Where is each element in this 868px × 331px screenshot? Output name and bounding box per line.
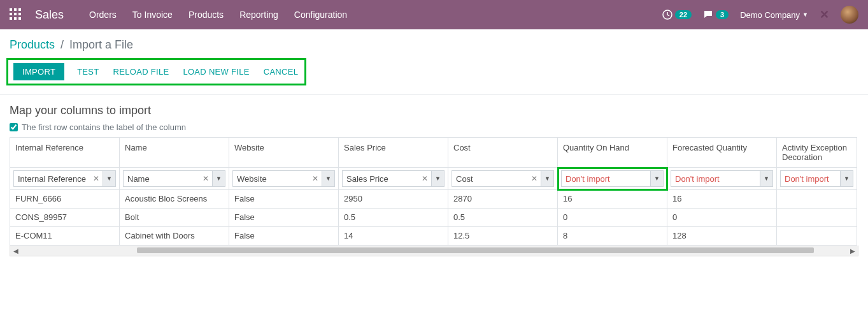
clear-mapping-icon[interactable]: ✕ bbox=[199, 174, 212, 183]
chevron-down-icon: ▼ bbox=[802, 11, 808, 18]
table-row: FURN_6666Acoustic Bloc ScreensFalse29502… bbox=[10, 190, 857, 209]
mapping-value: Don't import bbox=[562, 174, 650, 184]
clear-mapping-icon[interactable]: ✕ bbox=[528, 174, 541, 183]
column-mapping-select[interactable]: Don't import▼ bbox=[561, 170, 664, 187]
column-header: Quantity On Hand bbox=[558, 138, 667, 168]
breadcrumb-root[interactable]: Products bbox=[10, 38, 55, 51]
table-cell: CONS_89957 bbox=[10, 209, 120, 227]
first-row-checkbox[interactable] bbox=[10, 123, 18, 131]
load-new-file-button[interactable]: LOAD NEW FILE bbox=[181, 63, 250, 80]
activity-indicator[interactable]: 22 bbox=[662, 10, 692, 20]
toolbar-highlight: IMPORT TEST RELOAD FILE LOAD NEW FILE CA… bbox=[6, 58, 306, 85]
table-cell: 0.5 bbox=[339, 209, 448, 227]
chevron-down-icon[interactable]: ▼ bbox=[212, 171, 225, 186]
section-title: Map your columns to import bbox=[10, 104, 858, 117]
chat-icon bbox=[703, 10, 713, 20]
mapping-value: Don't import bbox=[781, 174, 840, 184]
table-cell: 14 bbox=[339, 227, 448, 246]
table-cell: 8 bbox=[558, 227, 667, 246]
column-header: Website bbox=[229, 138, 339, 168]
column-mapping-cell: Name✕▼ bbox=[120, 168, 229, 190]
chevron-down-icon[interactable]: ▼ bbox=[322, 171, 334, 186]
app-brand[interactable]: Sales bbox=[35, 8, 64, 22]
scroll-track[interactable] bbox=[21, 246, 847, 256]
column-mapping-select[interactable]: Website✕▼ bbox=[232, 170, 335, 187]
table-cell: Cabinet with Doors bbox=[120, 227, 229, 246]
test-button[interactable]: TEST bbox=[76, 63, 100, 80]
svg-rect-1 bbox=[14, 8, 17, 11]
table-row: E-COM11Cabinet with DoorsFalse1412.58128 bbox=[10, 227, 857, 246]
column-mapping-cell: Website✕▼ bbox=[229, 168, 339, 190]
breadcrumb: Products / Import a File bbox=[0, 29, 868, 58]
table-cell bbox=[777, 227, 857, 246]
svg-rect-0 bbox=[10, 8, 12, 11]
column-mapping-select[interactable]: Cost✕▼ bbox=[452, 170, 554, 187]
mapping-value: Sales Price bbox=[343, 174, 418, 184]
table-mapping-row: Internal Reference✕▼Name✕▼Website✕▼Sales… bbox=[10, 168, 857, 190]
toolbar: IMPORT TEST RELOAD FILE LOAD NEW FILE CA… bbox=[0, 58, 868, 95]
column-header: Forecasted Quantity bbox=[667, 138, 777, 168]
mapping-value: Website bbox=[233, 174, 309, 184]
column-mapping-select[interactable]: Internal Reference✕▼ bbox=[13, 170, 116, 187]
chevron-down-icon[interactable]: ▼ bbox=[541, 171, 553, 186]
import-table: Internal ReferenceNameWebsiteSales Price… bbox=[10, 137, 857, 246]
cancel-button[interactable]: CANCEL bbox=[262, 63, 300, 80]
discuss-badge: 3 bbox=[716, 10, 729, 19]
activity-badge: 22 bbox=[675, 10, 692, 19]
scroll-left-arrow[interactable]: ◀ bbox=[10, 247, 21, 254]
column-mapping-cell: Don't import▼ bbox=[667, 168, 777, 190]
map-section: Map your columns to import The first row… bbox=[0, 95, 868, 137]
column-header: Internal Reference bbox=[10, 138, 120, 168]
clear-mapping-icon[interactable]: ✕ bbox=[418, 174, 431, 183]
nav-right: 22 3 Demo Company ▼ ✕ bbox=[662, 6, 858, 24]
column-header: Sales Price bbox=[339, 138, 448, 168]
table-cell: 0 bbox=[558, 209, 667, 227]
chevron-down-icon[interactable]: ▼ bbox=[760, 171, 772, 186]
chevron-down-icon[interactable]: ▼ bbox=[103, 171, 115, 186]
table-cell: 128 bbox=[667, 227, 777, 246]
chevron-down-icon[interactable]: ▼ bbox=[650, 171, 663, 186]
table-cell bbox=[777, 190, 857, 209]
chevron-down-icon[interactable]: ▼ bbox=[431, 171, 444, 186]
column-mapping-select[interactable]: Don't import▼ bbox=[671, 170, 773, 187]
scroll-right-arrow[interactable]: ▶ bbox=[847, 247, 858, 254]
clear-mapping-icon[interactable]: ✕ bbox=[309, 174, 322, 183]
horizontal-scrollbar[interactable]: ◀ ▶ bbox=[10, 246, 858, 256]
nav-orders[interactable]: Orders bbox=[89, 10, 117, 20]
scroll-thumb[interactable] bbox=[137, 247, 815, 253]
column-mapping-cell: Internal Reference✕▼ bbox=[10, 168, 120, 190]
avatar[interactable] bbox=[841, 6, 858, 24]
chevron-down-icon[interactable]: ▼ bbox=[840, 171, 853, 186]
nav-configuration[interactable]: Configuration bbox=[294, 10, 347, 20]
column-mapping-select[interactable]: Sales Price✕▼ bbox=[342, 170, 445, 187]
reload-file-button[interactable]: RELOAD FILE bbox=[112, 63, 171, 80]
company-selector[interactable]: Demo Company ▼ bbox=[740, 10, 808, 20]
breadcrumb-sep: / bbox=[60, 38, 64, 51]
svg-rect-4 bbox=[14, 13, 17, 15]
nav-to-invoice[interactable]: To Invoice bbox=[132, 10, 173, 20]
column-mapping-select[interactable]: Name✕▼ bbox=[123, 170, 225, 187]
svg-rect-8 bbox=[18, 17, 21, 20]
table-row: CONS_89957BoltFalse0.50.500 bbox=[10, 209, 857, 227]
discuss-indicator[interactable]: 3 bbox=[703, 10, 729, 20]
column-mapping-select[interactable]: Don't import▼ bbox=[780, 170, 853, 187]
first-row-checkbox-label[interactable]: The first row contains the label of the … bbox=[10, 122, 858, 132]
svg-rect-5 bbox=[18, 13, 21, 15]
table-cell: FURN_6666 bbox=[10, 190, 120, 209]
svg-rect-7 bbox=[14, 17, 17, 20]
apps-icon[interactable] bbox=[10, 8, 22, 21]
table-cell bbox=[777, 209, 857, 227]
navbar: Sales Orders To Invoice Products Reporti… bbox=[0, 0, 868, 29]
breadcrumb-current: Import a File bbox=[69, 38, 133, 51]
close-icon[interactable]: ✕ bbox=[820, 8, 829, 22]
import-button[interactable]: IMPORT bbox=[13, 63, 64, 80]
nav-reporting[interactable]: Reporting bbox=[239, 10, 278, 20]
company-name: Demo Company bbox=[740, 10, 800, 20]
clock-icon bbox=[662, 10, 672, 20]
nav-products[interactable]: Products bbox=[189, 10, 224, 20]
table-cell: 16 bbox=[667, 190, 777, 209]
clear-mapping-icon[interactable]: ✕ bbox=[90, 174, 103, 183]
nav-links: Orders To Invoice Products Reporting Con… bbox=[89, 10, 662, 20]
table-cell: Bolt bbox=[120, 209, 229, 227]
mapping-value: Internal Reference bbox=[14, 174, 90, 184]
